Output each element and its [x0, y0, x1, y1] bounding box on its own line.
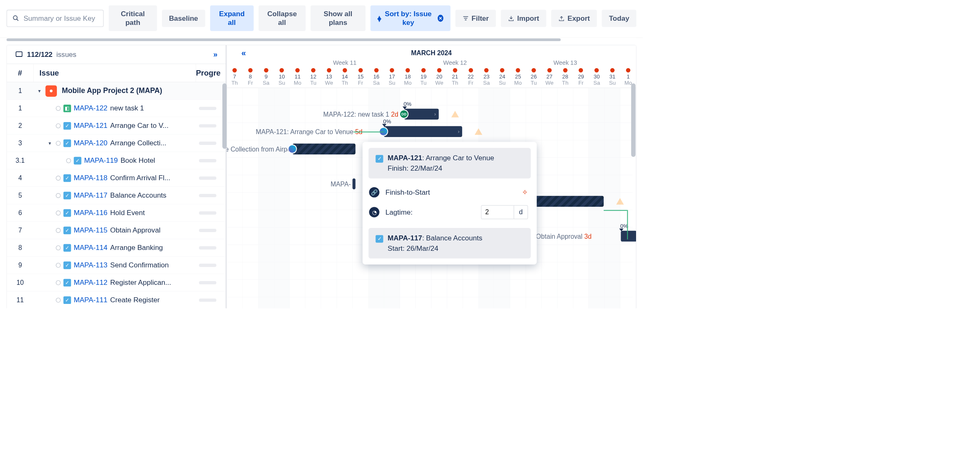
- progress-bar: [199, 281, 217, 284]
- issue-key[interactable]: MAPA-112: [74, 278, 107, 286]
- table-row[interactable]: 7✓MAPA-115Obtain Approval: [7, 222, 225, 239]
- task-type-icon: ✓: [63, 244, 71, 251]
- row-number: 5: [7, 191, 33, 199]
- warning-icon: [616, 198, 624, 205]
- scroll-left-icon[interactable]: «: [241, 49, 246, 58]
- table-row[interactable]: 1◧MAPA-122new task 1: [7, 100, 225, 117]
- toolbar-hscroll[interactable]: [7, 38, 636, 42]
- search-input-wrap[interactable]: [7, 10, 104, 27]
- issue-title: Arrange Car to V...: [110, 122, 169, 130]
- row-number: 7: [7, 226, 33, 234]
- sort-button[interactable]: ▴▾ Sort by: Issue key ✕: [371, 5, 450, 31]
- issue-title: Balance Accounts: [110, 191, 167, 200]
- clear-sort-icon[interactable]: ✕: [438, 15, 444, 22]
- issue-title: Send Confirmation: [110, 261, 169, 269]
- issue-key[interactable]: MAPA-122: [74, 104, 107, 113]
- timeline-panel: « MARCH 2024 Week 11Week 12Week 13 7Th8F…: [227, 45, 636, 308]
- task-type-icon: ✓: [63, 261, 71, 269]
- lagtime-input[interactable]: [481, 205, 514, 219]
- timeline-day: 22Fr: [463, 68, 479, 88]
- holiday-dot-icon: [248, 68, 252, 72]
- right-vscroll-thumb[interactable]: [631, 83, 635, 157]
- lagtime-unit[interactable]: d: [514, 205, 528, 219]
- timeline-day: 23Sa: [479, 68, 495, 88]
- issue-key[interactable]: MAPA-115: [74, 226, 107, 234]
- expand-caret-icon[interactable]: ▾: [46, 140, 53, 146]
- export-button[interactable]: Export: [551, 10, 597, 27]
- gantt-bar[interactable]: 0%: [621, 231, 636, 242]
- gantt-bar[interactable]: 0%›: [384, 126, 462, 137]
- issue-title: Register Applican...: [110, 278, 171, 286]
- status-circle-icon: [56, 211, 61, 215]
- table-row[interactable]: 11✓MAPA-111Create Register: [7, 291, 225, 308]
- table-row[interactable]: 8✓MAPA-114Arrange Banking: [7, 239, 225, 257]
- issue-title: Hold Event: [110, 208, 145, 217]
- sort-icon: ▴▾: [378, 15, 381, 21]
- issue-key[interactable]: MAPA-111: [74, 296, 107, 304]
- expand-all-button[interactable]: Expand all: [210, 5, 254, 31]
- left-vscroll-thumb[interactable]: [222, 83, 227, 149]
- baseline-button[interactable]: Baseline: [162, 10, 205, 27]
- issue-key[interactable]: MAPA-121: [74, 122, 107, 130]
- collapse-all-button[interactable]: Collapse all: [258, 5, 305, 31]
- expand-caret-icon[interactable]: ▾: [36, 88, 43, 94]
- unlink-icon[interactable]: ✧: [522, 188, 528, 196]
- holiday-dot-icon: [453, 68, 457, 72]
- import-button[interactable]: Import: [501, 10, 546, 27]
- row-number: 1: [7, 105, 33, 112]
- issue-title: Obtain Approval: [110, 226, 161, 234]
- gantt-bar[interactable]: [293, 144, 355, 154]
- issue-title: Confirm Arrival Fl...: [110, 174, 171, 182]
- table-row[interactable]: 6✓MAPA-116Hold Event: [7, 204, 225, 222]
- table-row[interactable]: 3▾✓MAPA-120Arrange Collecti...: [7, 135, 225, 152]
- table-row[interactable]: 4✓MAPA-118Confirm Arrival Fl...: [7, 169, 225, 187]
- table-row[interactable]: 1▾Mobile App Project 2 (MAPA): [7, 82, 225, 100]
- issue-key[interactable]: MAPA-117: [74, 191, 107, 200]
- row-number: 8: [7, 244, 33, 251]
- task-type-icon: ✓: [63, 122, 71, 130]
- gantt-marker-icon: [402, 106, 407, 109]
- today-button[interactable]: Today: [602, 10, 636, 27]
- hscroll-thumb[interactable]: [7, 38, 561, 41]
- progress-bar: [199, 211, 217, 215]
- gantt-bar[interactable]: 0%DD›: [404, 109, 439, 120]
- popover-source-card[interactable]: ✓ MAPA-121: Arrange Car to Venue Finish:…: [368, 148, 531, 178]
- task-type-icon: ✓: [63, 174, 71, 182]
- issue-key[interactable]: MAPA-120: [74, 139, 107, 147]
- progress-bar: [199, 264, 217, 267]
- status-circle-icon: [66, 158, 71, 163]
- table-row[interactable]: 3.1✓MAPA-119Book Hotel: [7, 152, 225, 169]
- popover-target-card[interactable]: ✓ MAPA-117: Balance Accounts Start: 26/M…: [368, 228, 531, 258]
- column-header-issue: Issue: [34, 64, 196, 82]
- table-row[interactable]: 9✓MAPA-113Send Confirmation: [7, 257, 225, 274]
- issue-key[interactable]: MAPA-113: [74, 261, 107, 269]
- holiday-dot-icon: [343, 68, 347, 72]
- issue-key[interactable]: MAPA-114: [74, 243, 107, 252]
- table-row[interactable]: 2✓MAPA-121Arrange Car to V...: [7, 117, 225, 135]
- collapse-panel-icon[interactable]: »: [213, 50, 217, 59]
- issue-key[interactable]: MAPA-116: [74, 208, 107, 217]
- lagtime-row: ◔ Lagtime: d: [369, 201, 528, 223]
- task-type-icon: ✓: [63, 209, 71, 216]
- progress-cell: [196, 299, 226, 302]
- layout-icon: [15, 50, 23, 59]
- issue-key[interactable]: MAPA-119: [84, 157, 118, 165]
- progress-bar: [199, 124, 217, 127]
- table-row[interactable]: 5✓MAPA-117Balance Accounts: [7, 187, 225, 204]
- table-row[interactable]: 10✓MAPA-112Register Applican...: [7, 274, 225, 291]
- gantt-bar[interactable]: 0%: [525, 196, 604, 207]
- status-circle-icon: [56, 123, 61, 128]
- progress-cell: [196, 246, 226, 250]
- critical-path-button[interactable]: Critical path: [109, 5, 157, 31]
- filter-button[interactable]: Filter: [455, 10, 496, 27]
- issue-key[interactable]: MAPA-118: [74, 174, 107, 182]
- show-all-plans-button[interactable]: Show all plans: [310, 5, 366, 31]
- progress-cell: [196, 176, 226, 180]
- progress-bar: [199, 159, 217, 162]
- row-number: 3: [7, 140, 33, 147]
- timeline-day: 19Tu: [416, 68, 431, 88]
- avatar: DD: [399, 110, 408, 119]
- search-input[interactable]: [24, 14, 98, 22]
- gantt-bar[interactable]: [352, 179, 356, 189]
- row-number: 10: [7, 279, 33, 286]
